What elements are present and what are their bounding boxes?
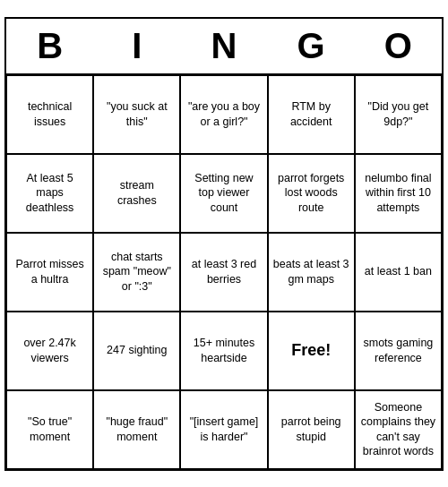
bingo-cell-4: "Did you get 9dp?" — [355, 75, 442, 154]
bingo-letter-O: O — [358, 26, 438, 66]
bingo-cell-24: Someone complains they can't say brainro… — [355, 390, 442, 469]
bingo-cell-20: "So true" moment — [6, 390, 93, 469]
bingo-cell-5: At least 5 maps deathless — [6, 154, 93, 233]
bingo-cell-18: Free! — [268, 312, 355, 390]
bingo-cell-13: beats at least 3 gm maps — [268, 233, 355, 312]
bingo-cell-1: "you suck at this" — [93, 75, 180, 154]
bingo-letter-I: I — [97, 26, 177, 66]
bingo-card: BINGO technical issues"you suck at this"… — [4, 17, 444, 471]
bingo-cell-14: at least 1 ban — [355, 233, 442, 312]
bingo-cell-11: chat starts spam "meow" or ":3" — [93, 233, 180, 312]
bingo-cell-21: "huge fraud" moment — [93, 390, 180, 469]
bingo-letter-N: N — [184, 26, 264, 66]
bingo-cell-2: "are you a boy or a girl?" — [180, 75, 267, 154]
bingo-cell-19: smots gaming reference — [355, 312, 442, 390]
bingo-cell-22: "[insert game] is harder" — [180, 390, 267, 469]
bingo-cell-6: stream crashes — [93, 154, 180, 233]
bingo-cell-23: parrot being stupid — [268, 390, 355, 469]
bingo-cell-17: 15+ minutes heartside — [180, 312, 267, 390]
bingo-cell-9: nelumbo final within first 10 attempts — [355, 154, 442, 233]
bingo-letter-G: G — [271, 26, 351, 66]
bingo-cell-16: 247 sighting — [93, 312, 180, 390]
bingo-header: BINGO — [6, 19, 442, 75]
bingo-cell-0: technical issues — [6, 75, 93, 154]
bingo-cell-7: Setting new top viewer count — [180, 154, 267, 233]
bingo-cell-3: RTM by accident — [268, 75, 355, 154]
bingo-cell-12: at least 3 red berries — [180, 233, 267, 312]
bingo-letter-B: B — [10, 26, 90, 66]
bingo-grid: technical issues"you suck at this""are y… — [6, 75, 442, 469]
bingo-cell-15: over 2.47k viewers — [6, 312, 93, 390]
bingo-cell-10: Parrot misses a hultra — [6, 233, 93, 312]
bingo-cell-8: parrot forgets lost woods route — [268, 154, 355, 233]
